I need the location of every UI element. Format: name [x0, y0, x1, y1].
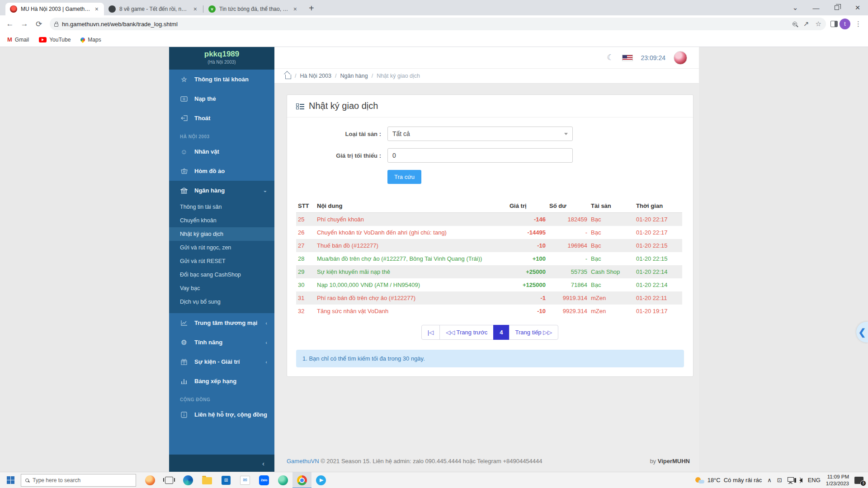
search-button[interactable]: Tra cứu	[387, 170, 421, 184]
forward-button[interactable]: →	[18, 18, 31, 30]
bookmark-star-icon[interactable]: ☆	[816, 20, 821, 28]
tab-close-icon[interactable]: ×	[292, 5, 298, 13]
tab-sports-news[interactable]: v Tin tức bóng đá, thể thao, giải trí ×	[204, 3, 302, 15]
window-close-button[interactable]: ×	[847, 0, 868, 15]
clock[interactable]: 11:09 PM 1/23/2023	[826, 474, 849, 487]
new-tab-button[interactable]: +	[306, 3, 317, 14]
home-icon[interactable]	[285, 75, 291, 79]
sidebar-subitem-extra-services[interactable]: Dịch vụ bổ sung	[169, 295, 274, 309]
back-button[interactable]: ←	[4, 18, 16, 30]
telegram-icon[interactable]	[311, 472, 330, 488]
us-flag-icon[interactable]	[622, 55, 633, 61]
address-bar[interactable]: hn.gamethuvn.net/web/bank/trade_log.shtm…	[50, 18, 826, 30]
cell-content: Chuyển khoản từ VoDanh đến ahri (ghi chú…	[315, 226, 508, 239]
window-minimize-button[interactable]: —	[806, 0, 826, 15]
sidebar-item-logout[interactable]: Thoát	[169, 108, 274, 128]
breadcrumb-server[interactable]: Hà Nội 2003	[300, 73, 331, 79]
pagination-prev-button[interactable]: ◁◁ Trang trước	[439, 325, 494, 340]
volume-icon[interactable]	[799, 478, 802, 483]
tab-close-icon[interactable]: ×	[94, 5, 99, 13]
window-restore-button[interactable]	[826, 0, 847, 15]
col-header-time: Thời gian	[634, 199, 682, 213]
pagination-next-button[interactable]: Trang tiếp ▷▷	[509, 325, 559, 340]
profile-avatar[interactable]: t	[840, 19, 850, 29]
cell-content: Sự kiện khuyến mãi nạp thẻ	[315, 265, 508, 278]
subitem-label: Nhật ký giao dịch	[180, 231, 223, 237]
sidebar-item-bank[interactable]: Ngân hàng ⌄	[169, 181, 274, 200]
cell-time: 01-20 22:15	[634, 239, 682, 252]
mail-icon[interactable]: ✉	[236, 472, 255, 488]
sidebar-subitem-transfer[interactable]: Chuyển khoản	[169, 214, 274, 227]
green-app-icon[interactable]	[274, 472, 292, 488]
sidebar-item-character[interactable]: ☺ Nhân vật	[169, 142, 274, 161]
tray-chevron-up-icon[interactable]: ∧	[767, 477, 772, 483]
footer-brand-link[interactable]: GamethuVN	[287, 458, 319, 465]
lock-icon	[54, 23, 58, 27]
tab-favicon-mu-icon	[10, 5, 17, 13]
edge-icon[interactable]	[179, 472, 198, 488]
subitem-label: Thông tin tài sản	[180, 204, 222, 210]
taskbar-search[interactable]: Type here to search	[21, 474, 136, 487]
bookmark-maps[interactable]: Maps	[80, 37, 101, 43]
tab-game-news[interactable]: 8 vẽ game - Tết đến rồi, nạp thẻ ×	[104, 3, 203, 15]
url-text[interactable]: hn.gamethuvn.net/web/bank/trade_log.shtm…	[62, 21, 789, 28]
sidebar-subitem-gem-zen[interactable]: Gửi và rút ngọc, zen	[169, 241, 274, 254]
sidebar-item-contact-support[interactable]: Liên hệ hỗ trợ, cộng đồng	[169, 405, 274, 424]
col-header-balance: Số dư	[547, 199, 589, 213]
asset-type-select[interactable]: Tất cả	[387, 127, 573, 141]
network-icon[interactable]	[788, 477, 794, 482]
pagination-first-button[interactable]: |◁	[421, 325, 440, 340]
side-panel-icon[interactable]	[830, 21, 838, 27]
gift-icon	[180, 359, 188, 365]
zoom-icon[interactable]	[793, 22, 797, 26]
food-app-icon[interactable]	[141, 472, 160, 488]
sidebar-item-ranking[interactable]: Bảng xếp hạng	[169, 371, 274, 391]
asset-type-label: Loại tài sản :	[287, 131, 387, 137]
sidebar-subitem-asset-info[interactable]: Thông tin tài sản	[169, 200, 274, 214]
tab-title: MU Hà Nội 2003 | GamethuVN.ne	[21, 6, 90, 12]
file-explorer-icon[interactable]	[198, 472, 217, 488]
sidebar-item-virtual-chest[interactable]: Hòm đồ ảo	[169, 161, 274, 181]
subitem-label: Chuyển khoản	[180, 217, 217, 224]
chevron-left-icon: ‹	[265, 340, 267, 345]
tab-mu-hanoi[interactable]: MU Hà Nội 2003 | GamethuVN.ne ×	[5, 3, 104, 15]
sidebar-subitem-reset[interactable]: Gửi và rút RESET	[169, 254, 274, 268]
microsoft-store-icon[interactable]: ⊞	[217, 472, 236, 488]
tab-close-icon[interactable]: ×	[193, 5, 198, 13]
sidebar-item-trade-center[interactable]: Trung tâm thương mại ‹	[169, 313, 274, 333]
share-icon[interactable]: ↗	[803, 20, 809, 28]
sidebar-item-label: Trung tâm thương mại	[194, 319, 257, 326]
notification-center-icon[interactable]: 3	[854, 477, 863, 484]
browser-menu-icon[interactable]: ⋮	[852, 20, 864, 28]
cell-asset: Bạc	[589, 213, 634, 226]
meet-now-icon[interactable]: ⊡	[777, 477, 782, 483]
sidebar-item-topup[interactable]: Nạp thẻ	[169, 89, 274, 108]
tab-search-chevron-icon[interactable]: ⌄	[785, 0, 806, 15]
breadcrumb-bank[interactable]: Ngân hàng	[340, 73, 368, 79]
cell-content: Phí chuyển khoản	[315, 213, 508, 226]
gear-icon: ⚙	[180, 338, 188, 347]
sidebar-item-events[interactable]: Sự kiện - Giải trí ‹	[169, 352, 274, 371]
start-button[interactable]	[0, 472, 21, 488]
reload-button[interactable]: ⟳	[33, 18, 45, 30]
min-value-input[interactable]	[387, 148, 573, 163]
sidebar-item-account-info[interactable]: ☆ Thông tin tài khoản	[169, 70, 274, 89]
sidebar-subitem-cashshop[interactable]: Đổi bạc sang CashShop	[169, 268, 274, 282]
bookmark-gmail[interactable]: M Gmail	[7, 36, 29, 43]
chrome-icon[interactable]	[292, 472, 311, 488]
user-avatar[interactable]	[674, 51, 687, 65]
task-view-icon[interactable]	[160, 472, 179, 488]
dark-mode-moon-icon[interactable]: ☾	[607, 53, 613, 62]
language-indicator[interactable]: ENG	[808, 477, 821, 483]
sidebar-subitem-loan[interactable]: Vay bạc	[169, 282, 274, 295]
chevron-left-icon: ‹	[265, 320, 267, 326]
bookmark-youtube[interactable]: YouTube	[39, 37, 71, 43]
sidebar-collapse-button[interactable]: ‹	[169, 455, 274, 472]
server-clock: 23:09:24	[641, 54, 666, 61]
footer-by: by	[650, 458, 657, 465]
sidebar-item-features[interactable]: ⚙ Tính năng ‹	[169, 333, 274, 352]
sidebar-subitem-trade-log[interactable]: Nhật ký giao dịch	[169, 227, 274, 241]
table-row: 32 Tăng sức nhân vật VoDanh -10 9929.314…	[296, 305, 682, 318]
zalo-icon[interactable]: Zalo	[255, 472, 274, 488]
weather-widget[interactable]: 18°C Có mây rải rác	[695, 477, 762, 483]
